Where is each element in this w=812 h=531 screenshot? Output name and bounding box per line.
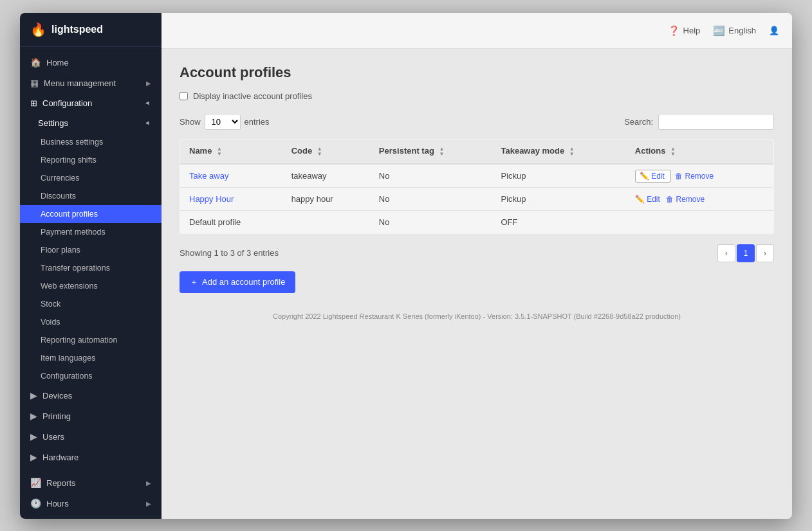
- table-body: Take away takeaway No Pickup ✏️ Edit 🗑: [180, 164, 774, 234]
- sidebar-sub-floor-plans[interactable]: Floor plans: [20, 241, 161, 259]
- sidebar-sub-reporting-shifts[interactable]: Reporting shifts: [20, 151, 161, 169]
- row3-takeaway-mode: OFF: [492, 210, 625, 233]
- sidebar-item-devices-label: Devices: [42, 391, 72, 401]
- col-actions[interactable]: Actions ▲▼: [626, 140, 774, 164]
- sidebar-sub-voids[interactable]: Voids: [20, 313, 161, 331]
- pagination: ‹ 1 ›: [717, 244, 774, 262]
- sort-code: ▲▼: [317, 147, 322, 157]
- sidebar-item-configuration[interactable]: ⊞ Configuration ▼: [20, 93, 161, 113]
- sidebar-sub-discounts[interactable]: Discounts: [20, 187, 161, 205]
- search-label: Search:: [624, 117, 653, 127]
- inactive-label[interactable]: Display inactive account profiles: [193, 91, 312, 101]
- sidebar: 🔥 lightspeed 🏠 Home ▦ Menu management ▶ …: [20, 13, 161, 519]
- col-takeaway-mode[interactable]: Takeaway mode ▲▼: [492, 140, 625, 164]
- language-label: English: [728, 26, 756, 35]
- logo-icon: 🔥: [30, 22, 46, 37]
- sidebar-item-menu-management[interactable]: ▦ Menu management ▶: [20, 73, 161, 93]
- account-profiles-table: Name ▲▼ Code ▲▼ Persistent tag ▲▼ Take: [180, 139, 774, 234]
- sidebar-sub-stock[interactable]: Stock: [20, 295, 161, 313]
- show-label: Show: [180, 117, 201, 127]
- row2-remove-button[interactable]: 🗑 Remove: [666, 195, 705, 204]
- sidebar-item-devices[interactable]: ▶ Devices: [20, 385, 161, 406]
- row1-edit-button[interactable]: ✏️ Edit: [635, 170, 671, 183]
- table-controls: Show 10 25 50 100 entries Search:: [180, 114, 774, 130]
- row2-name: Happy Hour: [180, 187, 282, 210]
- table-row: Default profile No OFF: [180, 210, 774, 233]
- app-logo[interactable]: 🔥 lightspeed: [20, 13, 161, 47]
- pagination-page-1[interactable]: 1: [737, 244, 755, 262]
- row1-remove-button[interactable]: 🗑 Remove: [675, 172, 714, 181]
- sidebar-item-users-label: Users: [42, 432, 64, 442]
- logo-text: lightspeed: [51, 24, 103, 35]
- menu-icon: ▦: [30, 78, 39, 88]
- sidebar-item-settings[interactable]: Settings ▼: [20, 113, 161, 133]
- col-code[interactable]: Code ▲▼: [282, 140, 370, 164]
- user-menu[interactable]: 👤: [769, 26, 779, 35]
- sidebar-sub-web-extensions[interactable]: Web extensions: [20, 277, 161, 295]
- row3-name: Default profile: [180, 210, 282, 233]
- sidebar-sub-item-languages[interactable]: Item languages: [20, 349, 161, 367]
- topbar: ❓ Help 🔤 English 👤: [161, 13, 792, 49]
- hours-icon: 🕐: [30, 498, 41, 509]
- sort-actions: ▲▼: [670, 147, 676, 157]
- sidebar-item-menu-label: Menu management: [44, 78, 116, 88]
- devices-icon: ▶: [30, 390, 37, 401]
- sidebar-item-hours[interactable]: 🕐 Hours ▶: [20, 493, 161, 514]
- sidebar-item-hours-label: Hours: [46, 499, 69, 509]
- reports-arrow: ▶: [146, 480, 151, 487]
- row2-persistent-tag: No: [370, 187, 492, 210]
- row2-actions: ✏️ Edit 🗑 Remove: [626, 187, 774, 210]
- show-entries: Show 10 25 50 100 entries: [180, 114, 270, 130]
- row1-name-link[interactable]: Take away: [189, 171, 228, 181]
- sidebar-item-settings-label: Settings: [38, 118, 68, 128]
- pagination-next[interactable]: ›: [756, 244, 774, 262]
- remove-icon: 🗑: [675, 172, 683, 181]
- entries-label: entries: [245, 117, 270, 127]
- row3-persistent-tag: No: [370, 210, 492, 233]
- config-arrow: ▼: [145, 100, 152, 107]
- showing-text: Showing 1 to 3 of 3 entries: [180, 248, 279, 258]
- row2-code: happy hour: [282, 187, 370, 210]
- inactive-check-row: Display inactive account profiles: [180, 91, 774, 101]
- row2-name-link[interactable]: Happy Hour: [189, 194, 234, 204]
- copyright-text: Copyright 2022 Lightspeed Restaurant K S…: [180, 312, 774, 333]
- col-persistent-tag[interactable]: Persistent tag ▲▼: [370, 140, 492, 164]
- help-button[interactable]: ❓ Help: [668, 25, 701, 37]
- sidebar-item-reports[interactable]: 📈 Reports ▶: [20, 473, 161, 493]
- sort-takeaway: ▲▼: [569, 147, 575, 157]
- edit-icon-2: ✏️: [635, 195, 645, 204]
- table-row: Take away takeaway No Pickup ✏️ Edit 🗑: [180, 164, 774, 188]
- sidebar-sub-currencies[interactable]: Currencies: [20, 169, 161, 187]
- col-name[interactable]: Name ▲▼: [180, 140, 282, 164]
- language-icon: 🔤: [713, 25, 725, 37]
- row2-edit-button[interactable]: ✏️ Edit: [635, 195, 662, 204]
- help-label: Help: [683, 26, 701, 35]
- sidebar-sub-configurations[interactable]: Configurations: [20, 367, 161, 385]
- add-account-profile-button[interactable]: ＋ Add an account profile: [180, 271, 295, 293]
- remove-icon-2: 🗑: [666, 195, 674, 204]
- sidebar-sub-business-settings[interactable]: Business settings: [20, 133, 161, 151]
- sidebar-sub-reporting-automation[interactable]: Reporting automation: [20, 331, 161, 349]
- page-title: Account profiles: [180, 64, 774, 81]
- sidebar-item-printing[interactable]: ▶ Printing: [20, 406, 161, 426]
- sidebar-item-users[interactable]: ▶ Users: [20, 426, 161, 447]
- help-icon: ❓: [668, 25, 680, 37]
- sidebar-item-home[interactable]: 🏠 Home: [20, 52, 161, 73]
- row1-code: takeaway: [282, 164, 370, 188]
- hours-arrow: ▶: [146, 500, 151, 507]
- row1-name: Take away: [180, 164, 282, 188]
- pagination-prev[interactable]: ‹: [717, 244, 735, 262]
- sort-persistent-tag: ▲▼: [439, 147, 444, 157]
- sidebar-sub-payment-methods[interactable]: Payment methods: [20, 223, 161, 241]
- inactive-checkbox[interactable]: [180, 92, 188, 100]
- row1-takeaway-mode: Pickup: [492, 164, 625, 188]
- sidebar-sub-account-profiles[interactable]: Account profiles: [20, 205, 161, 223]
- sidebar-item-hardware[interactable]: ▶ Hardware: [20, 447, 161, 467]
- sidebar-sub-transfer-operations[interactable]: Transfer operations: [20, 259, 161, 277]
- home-icon: 🏠: [30, 57, 41, 68]
- row1-persistent-tag: No: [370, 164, 492, 188]
- entries-select[interactable]: 10 25 50 100: [205, 114, 241, 130]
- main-area: ❓ Help 🔤 English 👤 Account profiles Disp…: [161, 13, 792, 519]
- language-selector[interactable]: 🔤 English: [713, 25, 756, 37]
- search-input[interactable]: [658, 114, 774, 130]
